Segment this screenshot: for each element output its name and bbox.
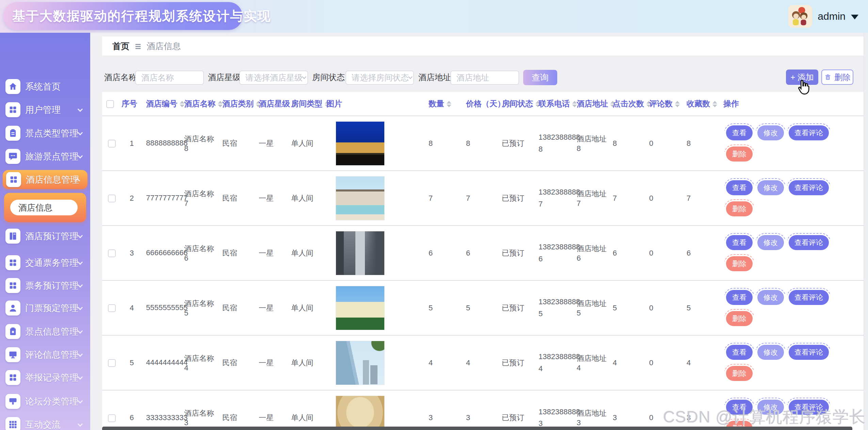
- delete-button[interactable]: 删除: [821, 70, 853, 85]
- row-checkbox[interactable]: [108, 414, 116, 422]
- breadcrumb-home[interactable]: 首页: [112, 41, 129, 52]
- hotel-star-select[interactable]: 请选择酒店星级: [239, 71, 308, 85]
- col-hotel-no[interactable]: 酒店编号: [142, 92, 180, 116]
- sidebar-subitem-hotel-info[interactable]: 酒店信息: [10, 200, 78, 215]
- sidebar-item-forum-category[interactable]: 论坛分类管理: [0, 392, 90, 411]
- row-actions: 查看 修改 查看评论 删除: [723, 400, 836, 430]
- col-room-status[interactable]: 房间状态: [498, 92, 534, 116]
- cell-star: 一星: [255, 280, 287, 335]
- cell-room-type: 单人间: [287, 280, 322, 335]
- cell-hotel-no: 4444444444: [142, 335, 180, 390]
- col-favorites[interactable]: 收藏数: [682, 92, 719, 116]
- sort-icon[interactable]: [180, 101, 184, 107]
- row-delete-button[interactable]: 删除: [726, 366, 753, 381]
- col-room-type[interactable]: 房间类型: [287, 92, 322, 116]
- room-status-select[interactable]: 请选择房间状态: [345, 71, 414, 85]
- row-delete-button[interactable]: 删除: [726, 256, 753, 271]
- sort-icon[interactable]: [218, 101, 223, 107]
- hotel-name-input[interactable]: [136, 71, 203, 84]
- sidebar-item-transport-tickets[interactable]: 交通票务管理: [0, 254, 90, 272]
- col-clicks[interactable]: 点击次数: [609, 92, 645, 116]
- col-quantity[interactable]: 数量: [424, 92, 462, 116]
- vertical-scrollbar[interactable]: [864, 33, 868, 430]
- sidebar-item-ticket-booking[interactable]: 票务预订管理: [0, 276, 90, 295]
- row-checkbox[interactable]: [108, 359, 116, 367]
- cell-category: 民宿: [218, 171, 255, 226]
- view-button[interactable]: 查看: [726, 345, 753, 360]
- sidebar-item-hotel-booking[interactable]: 酒店预订管理: [0, 227, 90, 245]
- chevron-down-icon: [78, 282, 83, 288]
- row-delete-button[interactable]: 删除: [726, 201, 753, 216]
- col-category[interactable]: 酒店类别: [218, 92, 255, 116]
- cell-quantity: 6: [424, 226, 462, 280]
- username[interactable]: admin: [818, 11, 846, 22]
- table-row: 5 4444444444 酒店名称4 民宿 一星 单人间 4 4 已预订 138…: [102, 335, 868, 390]
- edit-button[interactable]: 修改: [757, 400, 784, 415]
- user-dropdown-caret-icon[interactable]: [851, 15, 858, 19]
- row-delete-button[interactable]: 删除: [726, 311, 753, 326]
- page-title: 基于大数据驱动的行程规划系统设计与实现: [12, 7, 271, 25]
- select-all-checkbox[interactable]: [106, 100, 114, 108]
- edit-button[interactable]: 修改: [757, 125, 784, 140]
- top-bar: 基于大数据驱动的行程规划系统设计与实现 admin: [0, 0, 868, 33]
- sort-icon[interactable]: [712, 101, 717, 107]
- view-button[interactable]: 查看: [726, 290, 753, 305]
- view-button[interactable]: 查看: [726, 125, 753, 140]
- view-comments-button[interactable]: 查看评论: [789, 400, 829, 415]
- sidebar-item-reports[interactable]: 举报记录管理: [0, 368, 90, 387]
- col-hotel-name[interactable]: 酒店名称: [180, 92, 218, 116]
- row-actions: 查看 修改 查看评论 删除: [723, 345, 836, 381]
- cell-quantity: 7: [424, 171, 462, 226]
- sidebar-item-hotel-info[interactable]: 酒店信息管理: [3, 170, 87, 189]
- sidebar: 系统首页 用户管理 景点类型管理 旅游景点管理 酒店信息管理 酒店信息 酒店预订…: [0, 33, 90, 430]
- edit-button[interactable]: 修改: [757, 235, 784, 250]
- sidebar-item-users[interactable]: 用户管理: [0, 101, 90, 119]
- row-checkbox[interactable]: [108, 195, 116, 202]
- row-delete-button[interactable]: 删除: [726, 147, 753, 162]
- cell-star: 一星: [255, 226, 287, 280]
- sidebar-item-entry-ticket[interactable]: 门票预定管理: [0, 299, 90, 317]
- cell-hotel-no: 3333333333: [142, 390, 180, 430]
- view-comments-button[interactable]: 查看评论: [789, 180, 829, 195]
- add-button[interactable]: + 添加: [786, 70, 818, 85]
- hotel-photo: [336, 396, 384, 430]
- hotel-address-input[interactable]: [451, 71, 518, 84]
- view-comments-button[interactable]: 查看评论: [789, 235, 829, 250]
- sort-icon[interactable]: [675, 101, 680, 107]
- avatar[interactable]: [788, 5, 812, 28]
- user-menu[interactable]: admin: [788, 3, 858, 29]
- col-comments[interactable]: 评论数: [645, 92, 682, 116]
- col-address[interactable]: 酒店地址: [573, 92, 609, 116]
- view-comments-button[interactable]: 查看评论: [789, 125, 829, 140]
- view-button[interactable]: 查看: [726, 400, 753, 415]
- sort-icon[interactable]: [447, 101, 451, 107]
- view-comments-button[interactable]: 查看评论: [789, 290, 829, 305]
- col-phone[interactable]: 联系电话: [534, 92, 573, 116]
- view-button[interactable]: 查看: [726, 235, 753, 250]
- cell-room-type: 单人间: [287, 171, 322, 226]
- grid-icon: [5, 278, 20, 293]
- edit-button[interactable]: 修改: [757, 345, 784, 360]
- row-checkbox[interactable]: [108, 304, 116, 312]
- search-button[interactable]: 查询: [523, 70, 557, 85]
- row-checkbox[interactable]: [108, 140, 116, 148]
- sidebar-item-scenic-info[interactable]: 景点信息管理: [0, 322, 90, 341]
- col-price[interactable]: 价格（天）: [462, 92, 498, 116]
- sidebar-item-scenic-spots[interactable]: 旅游景点管理: [0, 147, 90, 166]
- horizontal-scrollbar-thumb[interactable]: [102, 427, 852, 430]
- edit-button[interactable]: 修改: [757, 180, 784, 195]
- row-actions: 查看 修改 查看评论 删除: [723, 290, 836, 326]
- sidebar-item-home[interactable]: 系统首页: [0, 77, 90, 96]
- cell-price: 8: [462, 116, 498, 171]
- cell-photo: [322, 226, 424, 280]
- col-star[interactable]: 酒店星级: [255, 92, 287, 116]
- sidebar-item-comments[interactable]: 评论信息管理: [0, 345, 90, 364]
- sidebar-item-scenic-type[interactable]: 景点类型管理: [0, 124, 90, 142]
- edit-button[interactable]: 修改: [757, 290, 784, 305]
- view-comments-button[interactable]: 查看评论: [789, 345, 829, 360]
- cell-room-status: 已预订: [498, 171, 534, 226]
- sort-icon[interactable]: [572, 101, 577, 107]
- row-checkbox[interactable]: [108, 249, 116, 257]
- view-button[interactable]: 查看: [726, 180, 753, 195]
- sidebar-item-interaction[interactable]: 互动交流: [0, 415, 90, 430]
